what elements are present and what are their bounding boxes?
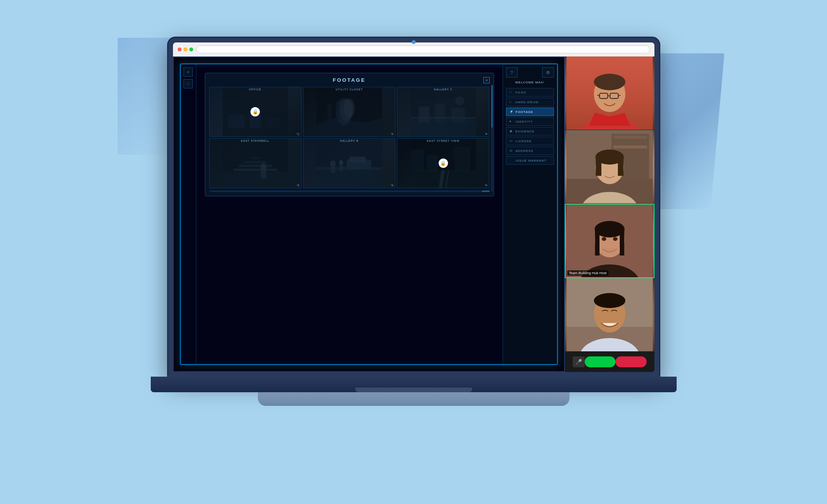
menu-item-address-label: ADDRESS [516,149,534,153]
menu-item-identity-label: IDENTITY [516,120,533,123]
participant-3-avatar [566,204,654,278]
menu-item-address[interactable]: ◎ ADDRESS [506,146,554,155]
svg-rect-27 [316,169,382,188]
camera-cell-utility[interactable]: UTILITY CLOSET °F [303,87,395,137]
microphone-button[interactable]: 🎤 [573,356,585,367]
camera-cell-street[interactable]: EAST STREET VIEW 🔒 °F [397,138,489,188]
svg-rect-30 [349,157,365,162]
welcome-text: WELCOME MAX! [506,81,554,84]
menu-item-files[interactable]: □ FILES [506,88,554,97]
participant-3-video [566,204,654,278]
lock-icon-street: 🔒 [439,159,448,168]
camera-cell-gallery-b[interactable]: GALLERY B °F [303,138,395,188]
host-name-badge: Team Building Hub Host [567,270,609,276]
camera-cell-stairwell[interactable]: EAST STAIRWELL °F [209,138,302,188]
menu-item-footage-label: FOOTAGE [516,110,534,114]
video-participant-3-host: Team Building Hub Host [565,204,654,278]
svg-rect-13 [419,106,430,123]
address-bar[interactable] [196,46,650,53]
svg-point-17 [455,97,464,105]
identity-icon: ● [510,120,513,123]
laptop-base [151,377,677,392]
svg-rect-68 [595,229,600,255]
participant-4-video [565,278,654,351]
camera-feed-gallery-c [397,87,489,136]
svg-rect-62 [618,157,623,176]
svg-rect-56 [613,141,647,144]
svg-point-76 [594,293,625,308]
menu-item-identity[interactable]: ● IDENTITY [506,117,554,126]
footage-close-button[interactable]: ✕ [483,77,490,83]
menu-item-hard-drive-label: HARD DRIVE [516,100,539,104]
camera-cell-gallery-c[interactable]: GALLERY C °F [397,87,489,137]
camera-cell-office[interactable]: OFFICE 🔒 °C [209,87,302,137]
svg-rect-3 [266,117,280,128]
participant-2-avatar [565,130,654,203]
menu-item-evidence[interactable]: ◉ EVIDENCE [506,127,554,136]
sidebar-icon-2[interactable]: □ [183,79,193,88]
participant-1-avatar [565,56,654,130]
files-icon: □ [510,90,513,94]
settings-button[interactable]: ⚙ [542,67,554,78]
menu-item-evidence-label: EVIDENCE [516,130,535,133]
video-toggle-button[interactable] [585,356,615,367]
footage-scrollbar-horizontal[interactable] [209,190,490,192]
svg-rect-10 [335,101,339,125]
svg-rect-25 [261,170,266,178]
svg-point-24 [260,163,267,171]
svg-rect-16 [411,117,476,118]
video-panel: Team Building Hub Host [565,56,654,372]
svg-rect-32 [331,166,335,173]
menu-item-hard-drive[interactable]: □ HARD DRIVE [506,98,554,106]
camera-grid: OFFICE 🔒 °C [209,87,490,188]
game-right-menu: ? ⚙ WELCOME MAX! □ FILES □ HA [503,64,557,364]
footage-panel: FOOTAGE ✕ OFFICE 🔒 °C [196,64,503,364]
video-controls-bar: 🎤 [565,352,654,372]
camera-feed-gallery-b [303,139,395,188]
minimize-window-dot[interactable] [183,48,187,51]
right-menu-top-icons: ? ⚙ [506,67,554,78]
video-participant-1 [565,56,654,130]
svg-rect-34 [339,166,343,171]
participant-1-video [565,56,654,130]
svg-rect-9 [327,104,332,125]
video-participant-2 [565,130,654,204]
video-participant-4 [565,278,654,352]
menu-item-license-label: LICENSE [516,139,532,143]
lock-icon-office: 🔒 [250,107,260,116]
svg-rect-69 [619,229,624,255]
main-content: ≡ □ FOOTAGE ✕ [173,56,654,372]
camera-feed-utility [303,87,395,136]
camera-label-stairwell: EAST STAIRWELL [210,139,301,142]
hard-drive-icon: □ [510,100,513,104]
svg-rect-61 [596,157,601,176]
footage-title: FOOTAGE [333,77,365,83]
svg-point-33 [339,160,343,166]
svg-rect-1 [228,115,244,128]
sidebar-icon-1[interactable]: ≡ [183,67,193,77]
maximize-window-dot[interactable] [189,48,193,51]
svg-rect-19 [222,171,288,188]
end-call-button[interactable] [615,356,646,367]
svg-rect-39 [411,150,424,171]
footage-scroll-indicator[interactable] [491,85,493,192]
address-icon: ◎ [510,149,513,153]
svg-rect-57 [613,145,647,148]
window-controls [178,48,193,51]
menu-item-warrant[interactable]: ISSUE WARRANT [506,156,554,165]
browser-toolbar [173,42,654,56]
close-window-dot[interactable] [178,48,182,51]
game-left-sidebar: ≡ □ [181,64,196,364]
menu-item-license[interactable]: ▭ LICENSE [506,137,554,145]
svg-point-46 [594,74,625,90]
camera-label-gallery-c: GALLERY C [397,88,489,91]
game-panel: ≡ □ FOOTAGE ✕ [173,56,565,372]
footage-scrollbar-thumb [482,190,490,192]
help-button[interactable]: ? [506,67,518,78]
svg-rect-23 [250,157,261,160]
svg-point-31 [330,160,335,167]
menu-item-files-label: FILES [516,91,526,94]
menu-item-footage[interactable]: ⚡ FOOTAGE [506,107,554,116]
svg-rect-20 [233,169,277,171]
camera-label-utility: UTILITY CLOSET [303,88,395,91]
